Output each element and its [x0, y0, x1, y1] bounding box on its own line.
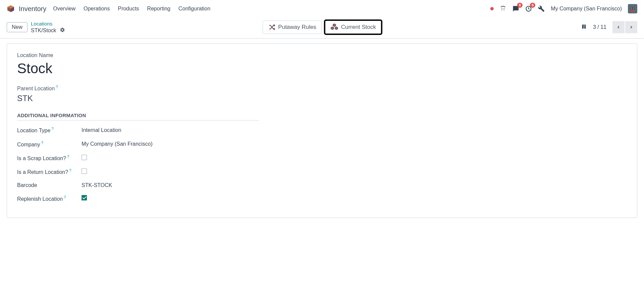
nav-item-overview[interactable]: Overview	[53, 6, 76, 12]
help-icon[interactable]: ?	[51, 127, 54, 131]
svg-rect-6	[501, 10, 502, 10]
nav-menu: Overview Operations Products Reporting C…	[53, 6, 210, 12]
shuffle-icon	[268, 24, 276, 31]
location-type-value[interactable]: Internal Location	[82, 127, 121, 133]
return-location-label: Is a Return Location??	[17, 168, 82, 175]
messages-icon[interactable]: 6	[512, 5, 519, 12]
tools-icon[interactable]	[538, 5, 545, 12]
status-dot-icon	[490, 7, 494, 10]
nav-item-products[interactable]: Products	[118, 6, 139, 12]
top-nav: Inventory Overview Operations Products R…	[0, 0, 644, 17]
company-value[interactable]: My Company (San Francisco)	[82, 141, 153, 147]
form-sheet: Location Name Stock Parent Location? STK…	[7, 43, 637, 218]
chevron-right-icon	[629, 25, 634, 30]
nav-item-operations[interactable]: Operations	[84, 6, 110, 12]
stat-buttons: Putaway Rules Current Stock	[262, 20, 382, 34]
section-additional-info: ADDITIONAL INFORMATION	[17, 112, 259, 121]
pager-prev-button[interactable]	[612, 21, 625, 33]
barcode-label: Barcode	[17, 182, 82, 188]
gear-icon[interactable]	[60, 27, 65, 34]
help-icon[interactable]: ?	[67, 154, 69, 159]
control-bar: New Locations STK/Stock Putaway Rules Cu…	[0, 17, 644, 39]
nav-item-configuration[interactable]: Configuration	[179, 6, 210, 12]
right-controls: 3 / 11	[581, 21, 637, 33]
location-name-label: Location Name	[17, 52, 627, 58]
app-logo-icon	[7, 5, 15, 13]
messages-badge: 6	[517, 3, 523, 8]
svg-rect-5	[504, 8, 505, 9]
help-icon[interactable]: ?	[69, 168, 71, 173]
nav-item-reporting[interactable]: Reporting	[147, 6, 170, 12]
nav-right: 6 6 My Company (San Francisco)	[490, 4, 637, 13]
boxes-icon	[330, 23, 338, 31]
new-button[interactable]: New	[7, 22, 28, 32]
activities-icon[interactable]: 6	[525, 5, 532, 12]
scrap-location-label: Is a Scrap Location??	[17, 154, 82, 161]
replenish-location-label: Replenish Location?	[17, 195, 82, 202]
help-icon[interactable]: ?	[64, 195, 66, 200]
current-stock-button[interactable]: Current Stock	[325, 20, 382, 34]
pager-text[interactable]: 3 / 11	[593, 24, 606, 30]
pager-next-button[interactable]	[625, 21, 637, 33]
svg-rect-8	[504, 10, 505, 10]
svg-rect-4	[503, 8, 504, 9]
bookmark-icon[interactable]	[581, 23, 587, 32]
putaway-rules-button[interactable]: Putaway Rules	[262, 20, 322, 34]
help-icon[interactable]: ?	[56, 85, 58, 89]
app-title[interactable]: Inventory	[19, 5, 46, 13]
chevron-left-icon	[616, 25, 621, 30]
user-avatar[interactable]	[628, 4, 637, 13]
company-label: Company?	[17, 141, 82, 148]
svg-rect-14	[631, 10, 634, 11]
current-stock-label: Current Stock	[341, 24, 376, 31]
svg-rect-7	[503, 10, 504, 10]
location-type-label: Location Type?	[17, 127, 82, 134]
parent-location-label: Parent Location?	[17, 85, 627, 92]
activities-badge: 6	[530, 3, 535, 8]
barcode-value[interactable]: STK-STOCK	[82, 182, 112, 188]
company-selector[interactable]: My Company (San Francisco)	[551, 6, 622, 12]
breadcrumb-current: STK/Stock	[31, 28, 56, 34]
replenish-location-checkbox[interactable]	[82, 195, 87, 200]
parent-location-value[interactable]: STK	[17, 94, 627, 103]
scrap-location-checkbox[interactable]	[82, 155, 87, 160]
putaway-rules-label: Putaway Rules	[278, 24, 316, 31]
help-icon[interactable]: ?	[41, 141, 43, 145]
location-name-value[interactable]: Stock	[17, 60, 627, 77]
svg-rect-3	[501, 8, 502, 9]
apps-icon[interactable]	[500, 5, 506, 12]
breadcrumb: Locations STK/Stock	[31, 21, 65, 34]
breadcrumb-parent[interactable]: Locations	[31, 21, 65, 27]
return-location-checkbox[interactable]	[82, 169, 87, 174]
